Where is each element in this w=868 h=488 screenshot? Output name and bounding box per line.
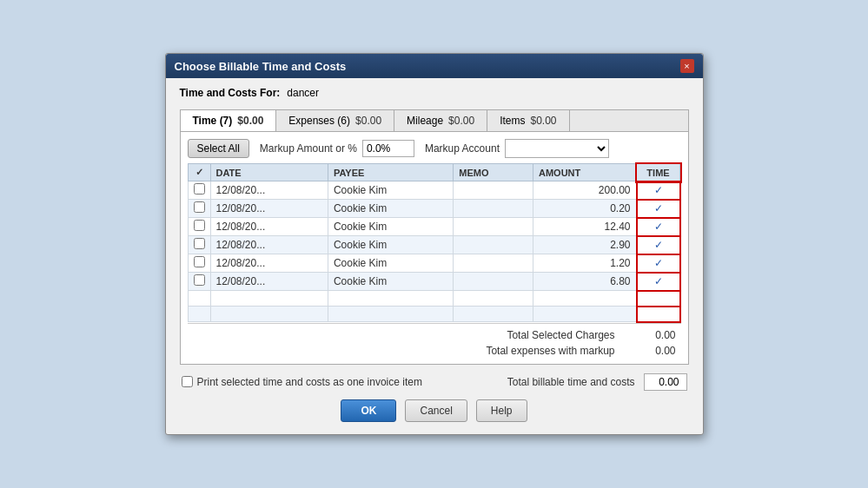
time-checkmark: ✓ bbox=[654, 202, 663, 214]
tab-items-label: Items bbox=[500, 115, 525, 127]
row-check[interactable] bbox=[188, 236, 210, 254]
table-row: 12/08/20... Cookie Kim 200.00 ✓ bbox=[188, 181, 680, 200]
row-memo bbox=[454, 200, 533, 218]
row-date: 12/08/20... bbox=[210, 273, 328, 291]
row-check[interactable] bbox=[188, 273, 210, 291]
row-date: 12/08/20... bbox=[210, 236, 328, 254]
row-amount: 200.00 bbox=[533, 181, 636, 200]
total-selected-charges-value: 0.00 bbox=[633, 329, 676, 341]
markup-account-label: Markup Account bbox=[425, 142, 500, 155]
row-amount: 6.80 bbox=[533, 273, 636, 291]
table-empty-row bbox=[188, 291, 680, 307]
cancel-button[interactable]: Cancel bbox=[405, 399, 467, 422]
tab-time-label: Time (7) bbox=[193, 115, 233, 127]
table-empty-row bbox=[188, 307, 680, 322]
markup-input[interactable] bbox=[362, 140, 414, 157]
row-payee: Cookie Kim bbox=[328, 236, 453, 254]
print-checkbox[interactable] bbox=[182, 376, 193, 387]
time-costs-for-row: Time and Costs For: dancer bbox=[180, 87, 689, 99]
row-memo bbox=[454, 273, 533, 291]
tab-expenses-label: Expenses (6) bbox=[288, 115, 350, 127]
choose-billable-dialog: Choose Billable Time and Costs × Time an… bbox=[165, 53, 704, 435]
row-memo bbox=[454, 181, 533, 200]
row-payee: Cookie Kim bbox=[328, 181, 453, 200]
totals-section: Total Selected Charges 0.00 Total expens… bbox=[188, 323, 681, 360]
row-amount: 1.20 bbox=[533, 254, 636, 273]
time-checkmark: ✓ bbox=[654, 184, 663, 196]
row-checkbox-0[interactable] bbox=[194, 183, 205, 195]
markup-label: Markup Amount or % bbox=[260, 142, 357, 155]
col-header-payee: PAYEE bbox=[328, 164, 453, 181]
row-date: 12/08/20... bbox=[210, 200, 328, 218]
dialog-body: Time and Costs For: dancer Time (7) $0.0… bbox=[166, 78, 703, 434]
tab-items[interactable]: Items $0.00 bbox=[487, 110, 569, 131]
row-payee: Cookie Kim bbox=[328, 200, 453, 218]
row-time[interactable]: ✓ bbox=[637, 181, 680, 200]
row-time[interactable]: ✓ bbox=[637, 218, 680, 236]
tab-expenses-amount: $0.00 bbox=[355, 115, 381, 127]
table-row: 12/08/20... Cookie Kim 2.90 ✓ bbox=[188, 236, 680, 254]
row-payee: Cookie Kim bbox=[328, 218, 453, 236]
col-header-date: DATE bbox=[210, 164, 328, 181]
table-body: 12/08/20... Cookie Kim 200.00 ✓ 12/08/20… bbox=[188, 181, 680, 322]
time-checkmark: ✓ bbox=[654, 239, 663, 251]
row-checkbox-4[interactable] bbox=[194, 256, 205, 267]
billable-total: Total billable time and costs 0.00 bbox=[507, 373, 687, 391]
row-checkbox-2[interactable] bbox=[194, 220, 205, 231]
markup-account-group: Markup Account bbox=[425, 139, 609, 158]
time-costs-for-value: dancer bbox=[287, 87, 319, 99]
table-container: ✓ DATE PAYEE MEMO AMOUNT TIME 12/08/20..… bbox=[188, 163, 681, 323]
ok-button[interactable]: OK bbox=[341, 399, 396, 422]
row-checkbox-5[interactable] bbox=[194, 274, 205, 286]
help-button[interactable]: Help bbox=[476, 399, 527, 422]
billable-table: ✓ DATE PAYEE MEMO AMOUNT TIME 12/08/20..… bbox=[188, 163, 681, 323]
print-checkbox-label[interactable]: Print selected time and costs as one inv… bbox=[182, 376, 422, 388]
tab-mileage[interactable]: Mileage $0.00 bbox=[394, 110, 487, 131]
row-amount: 2.90 bbox=[533, 236, 636, 254]
row-time[interactable]: ✓ bbox=[637, 200, 680, 218]
row-checkbox-3[interactable] bbox=[194, 238, 205, 249]
row-date: 12/08/20... bbox=[210, 254, 328, 273]
print-label-text: Print selected time and costs as one inv… bbox=[197, 376, 422, 388]
row-checkbox-1[interactable] bbox=[194, 201, 205, 213]
controls-row: Select All Markup Amount or % Markup Acc… bbox=[188, 139, 681, 158]
time-checkmark: ✓ bbox=[654, 221, 663, 233]
markup-account-select[interactable] bbox=[505, 139, 609, 158]
total-selected-charges-label: Total Selected Charges bbox=[507, 329, 614, 341]
row-payee: Cookie Kim bbox=[328, 254, 453, 273]
table-row: 12/08/20... Cookie Kim 12.40 ✓ bbox=[188, 218, 680, 236]
tab-time-amount: $0.00 bbox=[237, 115, 263, 127]
tab-time[interactable]: Time (7) $0.00 bbox=[181, 110, 277, 131]
dialog-close-button[interactable]: × bbox=[680, 59, 694, 73]
tab-panel-time: Select All Markup Amount or % Markup Acc… bbox=[180, 132, 689, 365]
row-check[interactable] bbox=[188, 254, 210, 273]
row-amount: 0.20 bbox=[533, 200, 636, 218]
row-date: 12/08/20... bbox=[210, 181, 328, 200]
total-selected-charges-row: Total Selected Charges 0.00 bbox=[188, 327, 681, 343]
total-expenses-markup-label: Total expenses with markup bbox=[486, 345, 614, 357]
row-memo bbox=[454, 254, 533, 273]
col-header-check: ✓ bbox=[188, 164, 210, 181]
billable-total-value: 0.00 bbox=[644, 373, 687, 391]
row-check[interactable] bbox=[188, 218, 210, 236]
dialog-title-bar: Choose Billable Time and Costs × bbox=[166, 54, 703, 78]
row-payee: Cookie Kim bbox=[328, 273, 453, 291]
tab-expenses[interactable]: Expenses (6) $0.00 bbox=[276, 110, 394, 131]
table-header-row: ✓ DATE PAYEE MEMO AMOUNT TIME bbox=[188, 164, 680, 181]
table-row: 12/08/20... Cookie Kim 6.80 ✓ bbox=[188, 273, 680, 291]
row-time[interactable]: ✓ bbox=[637, 273, 680, 291]
row-check[interactable] bbox=[188, 181, 210, 200]
row-time[interactable]: ✓ bbox=[637, 236, 680, 254]
row-check[interactable] bbox=[188, 200, 210, 218]
select-all-button[interactable]: Select All bbox=[188, 139, 249, 158]
row-time[interactable]: ✓ bbox=[637, 254, 680, 273]
col-header-memo: MEMO bbox=[454, 164, 533, 181]
time-checkmark: ✓ bbox=[654, 257, 663, 269]
col-header-time: TIME bbox=[637, 164, 680, 181]
dialog-title: Choose Billable Time and Costs bbox=[175, 60, 347, 73]
markup-group: Markup Amount or % bbox=[260, 140, 414, 157]
row-amount: 12.40 bbox=[533, 218, 636, 236]
time-checkmark: ✓ bbox=[654, 275, 663, 287]
tab-mileage-amount: $0.00 bbox=[448, 115, 474, 127]
total-expenses-markup-value: 0.00 bbox=[633, 345, 676, 357]
